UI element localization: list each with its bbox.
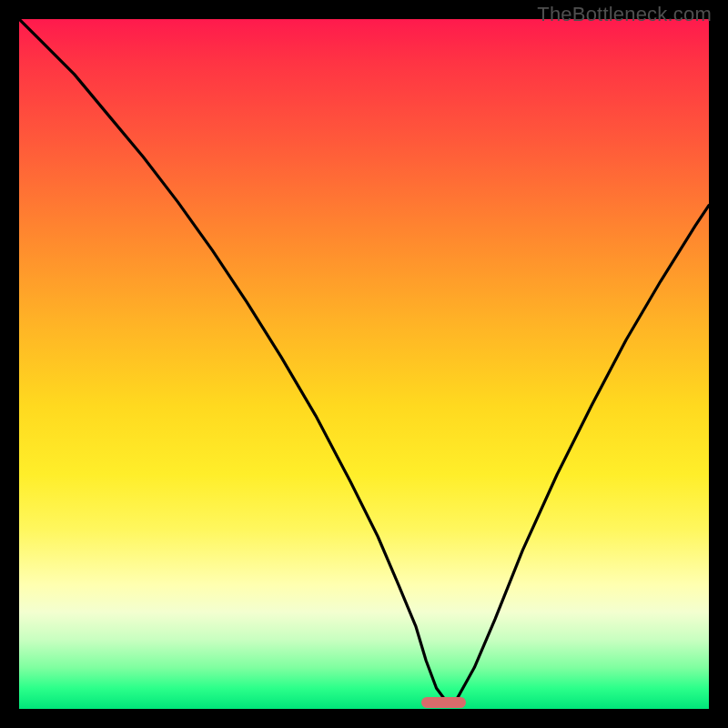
plot-area <box>19 19 709 709</box>
attribution-watermark: TheBottleneck.com <box>537 3 712 26</box>
chart-container: TheBottleneck.com <box>0 0 728 728</box>
optimum-marker <box>421 697 466 708</box>
bottleneck-curve <box>19 19 709 709</box>
